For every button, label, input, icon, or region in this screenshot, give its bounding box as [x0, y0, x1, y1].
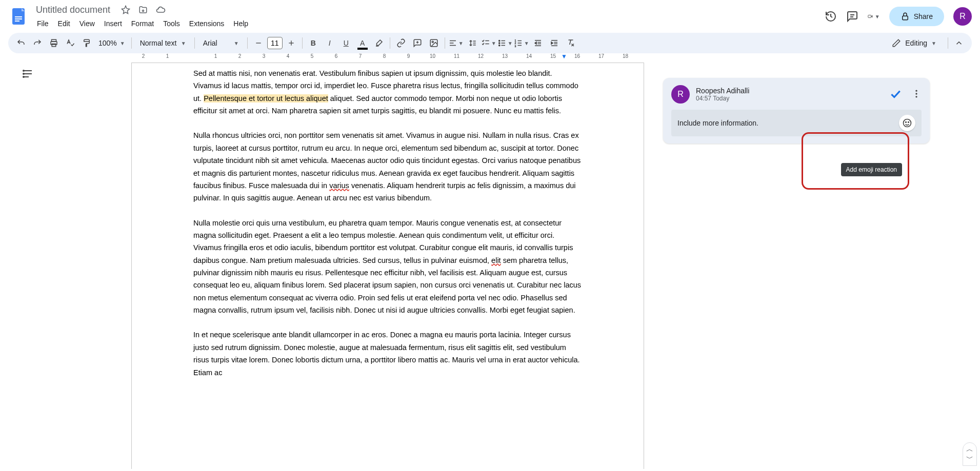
menu-help[interactable]: Help — [229, 17, 252, 30]
cloud-status-icon[interactable] — [155, 5, 166, 15]
svg-rect-6 — [868, 15, 871, 17]
comment-timestamp: 04:57 Today — [696, 95, 749, 102]
italic-button[interactable]: I — [322, 35, 337, 51]
comment-more-button[interactable] — [911, 89, 922, 100]
collapse-toolbar-button[interactable] — [951, 35, 967, 51]
app-header: Untitled document File Edit View Insert … — [0, 0, 980, 33]
title-area: Untitled document File Edit View Insert … — [33, 4, 252, 30]
svg-point-57 — [908, 122, 909, 123]
svg-point-27 — [498, 43, 499, 44]
svg-rect-1 — [15, 16, 22, 17]
horizontal-ruler[interactable]: 2 1 1 2 3 4 5 6 7 8 9 10 11 12 13 14 15 … — [131, 53, 637, 63]
menu-insert[interactable]: Insert — [100, 17, 126, 30]
insert-link-button[interactable] — [393, 35, 409, 51]
menu-tools[interactable]: Tools — [159, 17, 184, 30]
paragraph-style-select[interactable]: Normal text▼ — [135, 39, 191, 47]
pencil-icon — [892, 38, 901, 48]
menu-file[interactable]: File — [33, 17, 53, 30]
increase-indent-button[interactable] — [547, 35, 562, 51]
mode-select[interactable]: Editing ▼ — [884, 38, 945, 48]
underline-button[interactable]: U — [338, 35, 354, 51]
paragraph[interactable]: Sed at mattis nisi, non venenatis erat. … — [193, 67, 582, 117]
menu-extensions[interactable]: Extensions — [185, 17, 228, 30]
svg-text:3: 3 — [514, 45, 516, 48]
menu-edit[interactable]: Edit — [54, 17, 74, 30]
share-button[interactable]: Share — [889, 7, 944, 26]
commenter-avatar: R — [671, 85, 690, 104]
chevron-up-icon: ︿ — [965, 446, 974, 453]
comment-body: Include more information. — [671, 110, 922, 136]
commenter-name: Roopesh Adihalli — [696, 87, 749, 95]
chevron-down-icon: ﹀ — [965, 455, 974, 462]
meet-button[interactable]: ▼ — [868, 10, 880, 23]
workspace: 2 1 1 2 3 4 5 6 7 8 9 10 11 12 13 14 15 … — [0, 53, 980, 469]
paragraph[interactable]: Nulla molestie orci quis urna vestibulum… — [193, 217, 582, 317]
menu-format[interactable]: Format — [127, 17, 158, 30]
lock-icon — [901, 12, 910, 21]
add-emoji-reaction-button[interactable] — [899, 115, 915, 131]
svg-point-52 — [915, 90, 917, 91]
account-avatar[interactable]: R — [953, 7, 972, 26]
svg-point-55 — [904, 119, 911, 127]
paragraph[interactable]: Nulla rhoncus ultricies orci, non portti… — [193, 129, 582, 204]
comments-icon[interactable] — [846, 10, 858, 23]
svg-point-56 — [906, 122, 907, 123]
svg-point-54 — [915, 96, 917, 97]
document-title[interactable]: Untitled document — [33, 4, 113, 16]
resolve-comment-button[interactable] — [889, 87, 902, 102]
star-icon[interactable] — [121, 5, 131, 15]
comment-card[interactable]: R Roopesh Adihalli 04:57 Today Include m… — [663, 78, 930, 144]
menu-view[interactable]: View — [75, 17, 99, 30]
svg-point-28 — [498, 45, 499, 46]
svg-point-26 — [498, 40, 499, 41]
svg-rect-2 — [15, 18, 22, 19]
bold-button[interactable]: B — [306, 35, 321, 51]
decrease-indent-button[interactable] — [530, 35, 546, 51]
bulleted-list-button[interactable]: ▼ — [497, 35, 513, 51]
paragraph[interactable]: In et neque scelerisque ante blandit ull… — [193, 329, 582, 378]
text-color-button[interactable]: A — [355, 35, 370, 51]
toolbar: 100%▼ Normal text▼ Arial▼ B I U A ▼ ▼ ▼ … — [8, 33, 972, 53]
font-size-input[interactable] — [267, 37, 283, 49]
redo-button[interactable] — [30, 35, 45, 51]
line-spacing-button[interactable] — [465, 35, 480, 51]
svg-point-17 — [432, 41, 433, 43]
numbered-list-button[interactable]: 123▼ — [514, 35, 529, 51]
share-label: Share — [914, 12, 933, 21]
docs-logo-icon[interactable] — [8, 6, 29, 27]
checklist-button[interactable]: ▼ — [481, 35, 496, 51]
move-icon[interactable] — [138, 5, 148, 15]
zoom-select[interactable]: 100%▼ — [95, 39, 128, 47]
insert-image-button[interactable] — [426, 35, 442, 51]
add-comment-button[interactable] — [410, 35, 425, 51]
svg-point-53 — [915, 93, 917, 94]
decrease-font-button[interactable] — [251, 35, 266, 51]
spellcheck-button[interactable] — [63, 35, 78, 51]
print-button[interactable] — [46, 35, 62, 51]
svg-rect-7 — [902, 16, 908, 20]
svg-rect-3 — [15, 21, 19, 22]
menu-bar: File Edit View Insert Format Tools Exten… — [33, 17, 252, 30]
highlight-color-button[interactable] — [371, 35, 387, 51]
undo-button[interactable] — [13, 35, 29, 51]
font-family-select[interactable]: Arial▼ — [198, 39, 244, 47]
document-page[interactable]: Sed at mattis nisi, non venenatis erat. … — [131, 63, 644, 469]
increase-font-button[interactable] — [284, 35, 299, 51]
clear-formatting-button[interactable] — [563, 35, 578, 51]
paint-format-button[interactable] — [79, 35, 94, 51]
history-icon[interactable] — [825, 10, 837, 23]
explore-button[interactable]: ︿ ﹀ — [963, 442, 977, 466]
align-button[interactable]: ▼ — [448, 35, 464, 51]
comment-text: Include more information. — [677, 119, 758, 127]
highlighted-text[interactable]: Pellentesque et tortor ut lectus aliquet — [204, 94, 328, 103]
tooltip: Add emoji reaction — [841, 163, 902, 176]
